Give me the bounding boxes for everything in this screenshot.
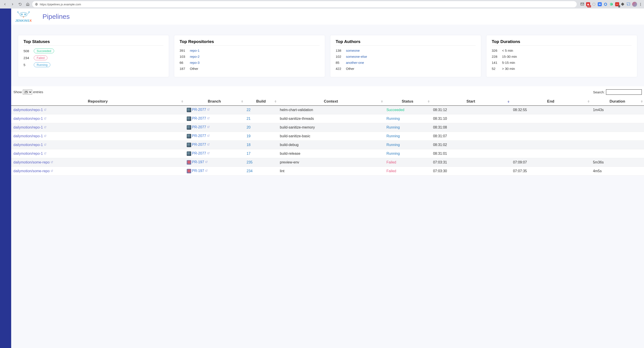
author-link[interactable]: someone-else xyxy=(346,55,367,58)
context-text: build-debug xyxy=(280,143,299,147)
cast-icon[interactable] xyxy=(626,2,630,7)
build-link[interactable]: 235 xyxy=(247,160,253,164)
external-link-icon xyxy=(205,160,208,163)
table-row: dailymotion/repo-1PR-207720build-sanitiz… xyxy=(11,123,644,132)
column-header-build[interactable]: Build xyxy=(244,97,278,106)
status-pill[interactable]: Failed xyxy=(34,56,48,60)
duration-bucket: < 5 min xyxy=(502,49,513,52)
build-link[interactable]: 18 xyxy=(247,143,251,147)
author-avatar xyxy=(187,125,191,130)
status-text: Succeeded xyxy=(386,108,404,112)
status-text: Running xyxy=(386,143,400,147)
table-row: dailymotion/some-repoPR-197235preview-en… xyxy=(11,158,644,167)
card-row: 103repo-2 xyxy=(180,54,320,60)
column-header-context[interactable]: Context xyxy=(278,97,384,106)
url-bar[interactable]: https://pipelines.jx.example.com xyxy=(32,1,577,8)
repo-link[interactable]: dailymotion/some-repo xyxy=(14,160,50,164)
reload-button[interactable] xyxy=(17,1,23,8)
external-link-icon xyxy=(44,143,46,146)
repo-link[interactable]: repo-3 xyxy=(190,61,200,65)
branch-link[interactable]: PR-2077 xyxy=(192,151,206,155)
repo-link[interactable]: repo-1 xyxy=(190,49,200,52)
extension-icon[interactable]: 2 xyxy=(615,2,619,6)
repo-link[interactable]: dailymotion/repo-1 xyxy=(14,108,43,112)
repo-link[interactable]: dailymotion/repo-1 xyxy=(14,143,43,147)
column-header-duration[interactable]: Duration xyxy=(591,97,644,106)
extension-badge: 412 xyxy=(587,5,591,8)
extension-icon[interactable] xyxy=(604,2,608,6)
table-row: dailymotion/repo-1PR-207717build-release… xyxy=(11,149,644,158)
start-time: 08:31:02 xyxy=(433,143,447,147)
column-header-end[interactable]: End xyxy=(511,97,590,106)
pipelines-tbody: dailymotion/repo-1PR-207722helm-chart-va… xyxy=(11,106,644,176)
page-header: JENKINSX Pipelines xyxy=(11,9,644,25)
card-row: 85another-one xyxy=(336,60,476,66)
count: 52 xyxy=(492,67,499,71)
status-text: Running xyxy=(386,134,400,138)
count: 102 xyxy=(336,55,343,58)
extension-icon[interactable] xyxy=(592,2,596,6)
site-info-icon xyxy=(35,3,38,6)
build-link[interactable]: 234 xyxy=(247,169,253,173)
repo-link[interactable]: dailymotion/repo-1 xyxy=(14,134,43,138)
author-link[interactable]: another-one xyxy=(346,61,364,65)
card-row: 1415-15 min xyxy=(492,60,632,66)
mail-icon[interactable] xyxy=(580,2,584,7)
build-link[interactable]: 19 xyxy=(247,134,251,138)
branch-link[interactable]: PR-2077 xyxy=(192,116,206,120)
repo-link[interactable]: dailymotion/repo-1 xyxy=(14,152,43,155)
extensions-puzzle-icon[interactable] xyxy=(621,2,624,7)
author-link[interactable]: someone xyxy=(346,49,360,52)
external-link-icon xyxy=(207,108,210,111)
branch-link[interactable]: PR-2077 xyxy=(192,125,206,129)
table-row: dailymotion/repo-1PR-207719build-sanitiz… xyxy=(11,132,644,141)
branch-link[interactable]: PR-2077 xyxy=(192,108,206,112)
card-row: 234Failed xyxy=(24,54,164,61)
build-link[interactable]: 22 xyxy=(247,108,251,112)
page-size-select[interactable]: 25 xyxy=(23,90,32,94)
forward-button[interactable] xyxy=(10,1,16,8)
home-button[interactable] xyxy=(24,1,31,8)
search-input[interactable] xyxy=(606,89,642,95)
start-time: 08:31:01 xyxy=(433,152,447,155)
repo-link[interactable]: repo-2 xyxy=(190,55,200,58)
external-link-icon xyxy=(50,161,53,163)
count: 85 xyxy=(336,61,343,65)
card-statuses-list: 508Succeeded234Failed5Running xyxy=(24,48,164,68)
profile-avatar[interactable] xyxy=(632,2,637,7)
branch-link[interactable]: PR-197 xyxy=(192,160,204,164)
svg-point-4 xyxy=(600,4,600,5)
branch-link[interactable]: PR-2077 xyxy=(192,143,206,147)
column-header-status[interactable]: Status xyxy=(384,97,431,106)
author-avatar xyxy=(187,143,191,147)
card-top-authors: Top Authors 138someone102someone-else85a… xyxy=(330,35,481,77)
browser-menu-button[interactable] xyxy=(639,3,642,6)
extension-icon[interactable] xyxy=(609,2,613,6)
branch-link[interactable]: PR-2077 xyxy=(192,134,206,138)
count: 138 xyxy=(336,49,343,52)
status-text: Running xyxy=(386,152,400,155)
duration-bucket: 5-15 min xyxy=(502,61,515,65)
author-avatar xyxy=(187,151,191,156)
back-button[interactable] xyxy=(2,1,8,8)
column-header-branch[interactable]: Branch xyxy=(184,97,244,106)
build-link[interactable]: 21 xyxy=(247,117,251,120)
build-link[interactable]: 20 xyxy=(247,125,251,129)
repo-link[interactable]: dailymotion/some-repo xyxy=(14,169,50,173)
column-header-repository[interactable]: Repository xyxy=(11,97,184,106)
build-link[interactable]: 17 xyxy=(247,152,251,155)
repo-link[interactable]: dailymotion/repo-1 xyxy=(14,125,43,129)
branch-link[interactable]: PR-197 xyxy=(192,169,204,173)
extension-icon[interactable]: 412 xyxy=(586,2,590,6)
count: 391 xyxy=(180,49,187,52)
external-link-icon xyxy=(44,126,46,128)
card-durations-list: 326< 5 min22815-30 min1415-15 min52> 30 … xyxy=(492,48,632,72)
card-row: 508Succeeded xyxy=(24,48,164,54)
status-pill[interactable]: Succeeded xyxy=(34,49,54,53)
search-label: Search: xyxy=(593,90,605,94)
extension-icon[interactable] xyxy=(598,2,602,6)
repo-link[interactable]: dailymotion/repo-1 xyxy=(14,117,43,120)
column-header-start[interactable]: Start xyxy=(431,97,511,106)
status-pill[interactable]: Running xyxy=(34,63,50,67)
jenkinsx-logo[interactable]: JENKINSX xyxy=(15,11,32,22)
